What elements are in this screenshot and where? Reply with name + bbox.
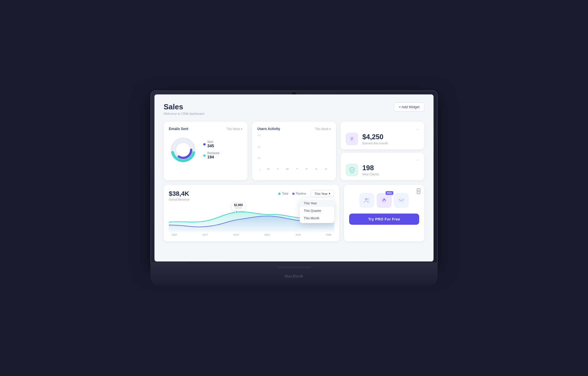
more-options-icon[interactable]: ...	[416, 157, 419, 161]
chart-x-axis: SEP OCT NOV DEC JAN FEB	[169, 233, 334, 236]
earned-value: $4,250	[362, 133, 388, 141]
revenue-info: $38,4K Overal Revenue	[169, 190, 189, 201]
activity-chart-container: 300 200 100 0	[257, 134, 331, 170]
earned-header: ...	[346, 126, 419, 130]
total-dot	[278, 193, 281, 195]
dropdown-item-this-month[interactable]: This Month	[300, 214, 334, 222]
donut-chart	[169, 135, 198, 164]
clients-body: 198 New Clients	[346, 164, 419, 176]
dropdown-item-this-quarter[interactable]: This Quarter	[300, 207, 334, 214]
emails-period-selector[interactable]: This Week ▾	[227, 127, 242, 131]
bar-chart	[264, 134, 331, 166]
received-info: Recieved 194	[207, 152, 219, 159]
dropdown-item-this-year[interactable]: This Year	[300, 199, 334, 207]
total-legend: Total	[278, 192, 288, 195]
more-options-icon[interactable]: ...	[416, 126, 419, 130]
earned-label: Earned this month	[362, 142, 388, 145]
clients-icon-wrap	[346, 164, 358, 176]
bottom-row: $38,4K Overal Revenue Total	[164, 185, 424, 241]
received-legend: Recieved 194	[203, 152, 219, 159]
revenue-controls: Total Pipeline This Year	[278, 190, 334, 197]
emails-widget-body: Sent 345 Recieved 194	[169, 135, 242, 164]
x-axis-labels: M T W T F S S	[264, 168, 331, 170]
received-dot	[203, 154, 206, 157]
page-title: Sales	[164, 102, 204, 111]
clients-label: New Clients	[362, 173, 379, 176]
dashboard-header: Sales Welcome to CRM dashboard + Add Wid…	[164, 102, 424, 115]
sent-dot	[203, 143, 206, 146]
earned-icon-wrap	[346, 133, 358, 145]
emails-sent-widget: Emails Sent This Week ▾	[164, 122, 247, 180]
activity-period-selector[interactable]: This Week ▾	[315, 127, 331, 131]
analytics-icon	[380, 197, 388, 204]
activity-widget-title: Users Activity	[257, 127, 280, 131]
earned-widget: ... $4,250	[341, 122, 424, 149]
add-widget-label: + Add Widget	[399, 105, 419, 109]
earned-info: $4,250 Earned this month	[362, 133, 388, 145]
pro-badge: PRO	[386, 191, 393, 195]
laptop-base: MacBook	[150, 263, 438, 286]
svg-rect-4	[350, 136, 354, 142]
svg-point-5	[365, 198, 367, 200]
revenue-legend: Total Pipeline	[278, 192, 306, 195]
add-widget-button[interactable]: + Add Widget	[394, 102, 424, 112]
earned-body: $4,250 Earned this month	[346, 133, 419, 145]
header-text: Sales Welcome to CRM dashboard	[164, 102, 204, 115]
svg-rect-9	[399, 199, 404, 203]
top-widgets-row: Emails Sent This Week ▾	[164, 122, 424, 180]
pipeline-dot	[292, 193, 295, 195]
y-axis: 300 200 100 0	[257, 134, 261, 170]
activity-widget-header: Users Activity This Week ▾	[257, 127, 331, 131]
revenue-amount: $38,4K	[169, 190, 189, 197]
laptop-screen: Sales Welcome to CRM dashboard + Add Wid…	[154, 94, 434, 261]
chevron-down-icon: ▾	[329, 127, 331, 131]
period-dropdown-container: This Year ▾ This Year This Quarter This …	[311, 190, 334, 197]
dashboard: Sales Welcome to CRM dashboard + Add Wid…	[154, 94, 434, 261]
pro-analytics-icon-box: PRO	[377, 193, 392, 208]
users-icon	[363, 197, 371, 204]
sent-legend: Sent 345	[203, 140, 219, 148]
clients-info: 198 New Clients	[362, 164, 379, 176]
laptop-hinge	[277, 266, 311, 268]
shield-icon	[349, 167, 355, 173]
clients-header: ...	[346, 157, 419, 161]
svg-point-6	[367, 198, 369, 200]
pipeline-legend: Pipeline	[292, 192, 306, 195]
email-legend: Sent 345 Recieved 194	[203, 140, 219, 159]
clients-widget: ... 198	[341, 153, 424, 180]
clients-value: 198	[362, 164, 379, 172]
revenue-header: $38,4K Overal Revenue Total	[169, 190, 334, 201]
emails-widget-header: Emails Sent This Week ▾	[169, 127, 242, 131]
bars-area: M T W T F S S	[264, 134, 331, 170]
users-activity-widget: Users Activity This Week ▾ 300 200	[252, 122, 336, 180]
try-pro-button[interactable]: Try PRO For Free	[349, 214, 419, 225]
page-subtitle: Welcome to CRM dashboard	[164, 112, 204, 115]
email-icon	[398, 197, 405, 204]
pro-users-icon-box	[359, 193, 374, 208]
pro-illustration: PRO	[359, 193, 409, 208]
chevron-down-icon: ▾	[329, 192, 330, 195]
data-point	[235, 211, 238, 213]
period-dropdown: This Year This Quarter This Month	[300, 198, 334, 223]
laptop-bezel: Sales Welcome to CRM dashboard + Add Wid…	[150, 90, 438, 265]
pro-panel: ×	[344, 185, 424, 241]
sent-info: Sent 345	[207, 140, 214, 148]
svg-point-8	[384, 199, 385, 200]
macbook-label: MacBook	[285, 274, 303, 278]
emails-widget-title: Emails Sent	[169, 127, 188, 131]
revenue-widget: $38,4K Overal Revenue Total	[164, 185, 339, 241]
document-icon	[349, 136, 355, 142]
revenue-label: Overal Revenue	[169, 198, 189, 201]
period-selector[interactable]: This Year ▾	[311, 190, 334, 197]
chart-tooltip: $2,980 Oct 23	[232, 202, 245, 210]
close-button[interactable]: ×	[417, 188, 420, 194]
stats-column: ... $4,250	[341, 122, 424, 180]
pro-email-icon-box	[394, 193, 409, 208]
chevron-down-icon: ▾	[241, 127, 242, 131]
